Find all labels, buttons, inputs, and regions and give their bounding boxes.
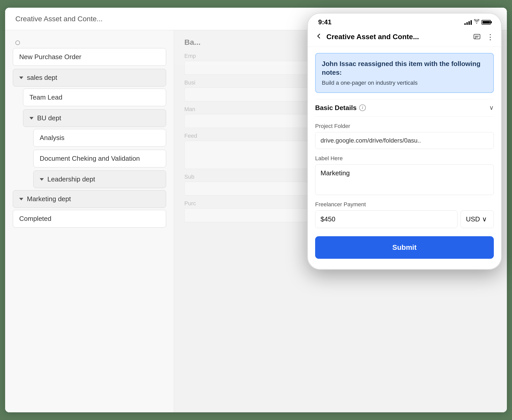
chevron-down-icon-3 [40, 178, 44, 181]
currency-label: USD [466, 215, 480, 223]
signal-bars-icon [464, 20, 472, 25]
more-options-button[interactable]: ⋮ [487, 33, 494, 41]
signal-bar-1 [464, 23, 466, 25]
start-dot [15, 40, 20, 45]
phone-overlay: 9:41 [307, 13, 502, 270]
node-doc-checking[interactable]: Document Cheking and Validation [33, 150, 166, 167]
workflow-tree: New Purchase Order sales dept Team Lead … [5, 30, 174, 412]
group-marketing-dept: Marketing dept [13, 190, 166, 208]
reassignment-title: John Issac reassigned this item with the… [322, 60, 487, 77]
sales-dept-label: sales dept [27, 74, 57, 82]
signal-bar-4 [471, 20, 472, 25]
project-folder-label: Project Folder [315, 123, 494, 130]
sales-dept-header[interactable]: sales dept [13, 69, 166, 87]
payment-amount-input[interactable]: $450 [315, 210, 457, 228]
payment-currency-select[interactable]: USD ∨ [461, 210, 494, 228]
bu-dept-label: BU dept [37, 114, 61, 122]
status-icons [464, 19, 491, 25]
section-title-text: Basic Details [315, 104, 357, 112]
chevron-down-icon-2 [29, 117, 34, 120]
wifi-icon [474, 19, 479, 25]
marketing-dept-label: Marketing dept [27, 195, 71, 203]
submit-button[interactable]: Submit [315, 236, 494, 259]
bu-dept-children: Analysis Document Cheking and Validation… [33, 129, 166, 188]
label-here-input[interactable]: Marketing [315, 164, 494, 195]
group-leadership-dept: Leadership dept [33, 170, 166, 188]
leadership-dept-label: Leadership dept [47, 175, 95, 183]
label-here-group: Label Here Marketing [315, 155, 494, 195]
chevron-down-icon [19, 77, 23, 79]
project-folder-input[interactable]: drive.google.com/drive/folders/0asu.. [315, 132, 494, 149]
node-analysis[interactable]: Analysis [33, 129, 166, 147]
node-team-lead[interactable]: Team Lead [23, 89, 166, 106]
phone-status-bar: 9:41 [308, 14, 501, 28]
currency-chevron-icon: ∨ [482, 215, 487, 223]
signal-bar-3 [468, 21, 470, 25]
collapse-icon[interactable]: ∨ [489, 104, 494, 111]
reassignment-notice: John Issac reassigned this item with the… [315, 53, 494, 93]
label-here-label: Label Here [315, 155, 494, 162]
reassignment-note: Build a one-pager on industry verticals [322, 80, 487, 86]
comment-button[interactable] [471, 31, 483, 42]
basic-details-section[interactable]: Basic Details i ∨ [315, 99, 494, 117]
node-new-purchase-order[interactable]: New Purchase Order [13, 48, 166, 66]
chevron-down-icon-4 [19, 198, 23, 200]
freelancer-payment-group: Freelancer Payment $450 USD ∨ [315, 201, 494, 228]
phone-content: John Issac reassigned this item with the… [308, 47, 501, 269]
info-icon: i [359, 104, 366, 111]
sales-dept-children: Team Lead BU dept Analysis Document Chek… [23, 89, 166, 188]
signal-bar-2 [466, 22, 468, 25]
payment-row: $450 USD ∨ [315, 210, 494, 228]
node-completed[interactable]: Completed [13, 210, 166, 228]
back-button[interactable] [315, 33, 322, 41]
group-bu-dept: BU dept Analysis Document Cheking and Va… [23, 109, 166, 188]
group-sales-dept: sales dept Team Lead BU dept Analysis Do… [13, 69, 166, 188]
freelancer-payment-label: Freelancer Payment [315, 201, 494, 208]
phone-header: Creative Asset and Conte... ⋮ [308, 28, 501, 47]
marketing-dept-header[interactable]: Marketing dept [13, 190, 166, 208]
status-time: 9:41 [318, 18, 332, 26]
battery-icon [482, 20, 491, 25]
section-title: Basic Details i [315, 104, 366, 112]
phone-title: Creative Asset and Conte... [326, 33, 467, 41]
svg-rect-0 [474, 34, 480, 39]
bu-dept-header[interactable]: BU dept [23, 109, 166, 127]
project-folder-group: Project Folder drive.google.com/drive/fo… [315, 123, 494, 149]
leadership-dept-header[interactable]: Leadership dept [33, 170, 166, 188]
